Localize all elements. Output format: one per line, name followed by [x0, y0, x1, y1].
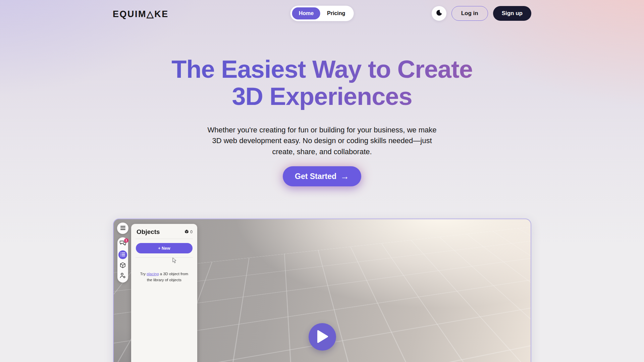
hero-subtitle: Whether you're creating for fun or build… [0, 125, 644, 157]
hero-title-line2: 3D Experiences [0, 83, 644, 110]
app-preview-embed: 1 [113, 219, 531, 362]
objects-panel-header: Objects 0 [131, 224, 197, 239]
objects-panel-title: Objects [137, 228, 160, 236]
play-button[interactable] [309, 323, 336, 351]
hero-title: The Easiest Way to Create 3D Experiences [0, 56, 644, 110]
chat-button[interactable]: 1 [119, 240, 126, 247]
new-object-button[interactable]: + New [136, 243, 193, 253]
user-gear-icon [120, 273, 126, 280]
nav-item-pricing[interactable]: Pricing [320, 7, 352, 19]
cube-count-icon [184, 229, 189, 235]
dark-mode-toggle[interactable] [432, 6, 446, 21]
user-settings-button[interactable] [119, 273, 126, 280]
menu-button[interactable] [117, 223, 128, 234]
login-button[interactable]: Log in [451, 6, 488, 21]
objects-panel: Objects 0 + New Try placing a 3D object … [131, 224, 197, 362]
objects-count: 0 [184, 229, 193, 235]
objects-list-button[interactable] [118, 250, 127, 259]
placing-link[interactable]: placing [147, 272, 159, 276]
hero-subtitle-line2: 3D web development easy. No design or co… [0, 135, 644, 146]
library-button[interactable] [119, 262, 126, 269]
hamburger-menu-icon [120, 225, 125, 231]
signup-button[interactable]: Sign up [493, 6, 531, 21]
hero-title-line1: The Easiest Way to Create [0, 56, 644, 83]
panel-divider [136, 239, 193, 239]
chat-notification-badge: 1 [124, 238, 128, 243]
hero-subtitle-line1: Whether you're creating for fun or build… [0, 125, 644, 135]
hero-subtitle-line3: create, share, and collaborate. [0, 146, 644, 157]
arrow-right-icon: → [340, 172, 349, 181]
cube-icon [120, 262, 126, 270]
moon-icon [435, 9, 443, 18]
list-icon [120, 252, 125, 258]
objects-empty-hint: Try placing a 3D object from the library… [131, 271, 197, 283]
get-started-label: Get Started [295, 172, 336, 181]
panel-divider [136, 257, 193, 258]
objects-count-value: 0 [190, 230, 193, 234]
play-icon [317, 330, 328, 344]
brand-logo[interactable]: EQUIM△KE [113, 9, 169, 19]
tool-sidebar: 1 [117, 237, 128, 283]
get-started-button[interactable]: Get Started → [283, 166, 361, 186]
nav-item-home[interactable]: Home [292, 7, 320, 19]
hint-text: Try [140, 272, 147, 276]
main-nav: Home Pricing [290, 6, 354, 21]
header-actions: Log in Sign up [432, 6, 531, 21]
